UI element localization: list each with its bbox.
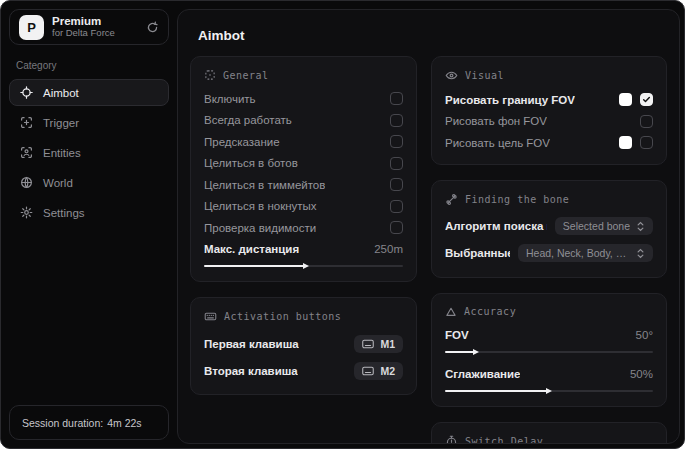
right-column: Visual Рисовать границу FOV Рисовать фон… <box>431 56 667 444</box>
selected-bones-row: Выбранные кос Head, Neck, Body, Pe... <box>445 240 653 267</box>
category-label: Category <box>16 60 169 71</box>
checkbox-row-visibility-check: Проверка видимости <box>204 217 403 239</box>
bone-algorithm-label: Алгоритм поиска кост <box>445 220 547 232</box>
activation-buttons-card: Activation buttons Первая клавиша M1 Вто… <box>190 297 417 395</box>
left-column: General Включить Всегда работать Предска… <box>190 56 417 395</box>
aim-knocked-checkbox[interactable] <box>390 200 403 213</box>
max-distance-value: 250m <box>374 243 403 255</box>
draw-fov-border-row: Рисовать границу FOV <box>445 89 653 111</box>
checkbox-row-prediction: Предсказание <box>204 131 403 153</box>
fov-label: FOV <box>445 329 469 341</box>
viewfinder-icon <box>204 69 216 81</box>
fov-border-color-swatch[interactable] <box>619 93 632 106</box>
general-header-label: General <box>223 70 269 81</box>
first-key-value: M1 <box>380 338 395 350</box>
selected-bones-select[interactable]: Head, Neck, Body, Pe... <box>518 244 653 262</box>
bone-algorithm-select[interactable]: Selected bone <box>555 217 653 235</box>
sidebar-item-settings[interactable]: Settings <box>9 199 169 226</box>
enable-checkbox[interactable] <box>390 92 403 105</box>
fov-slider[interactable] <box>445 346 653 357</box>
second-key-label: Вторая клавиша <box>204 365 298 377</box>
smoothing-slider[interactable] <box>445 385 653 396</box>
smoothing-label: Сглаживание <box>445 368 520 380</box>
switch-delay-header-label: Switch Delay <box>465 436 543 445</box>
prediction-checkbox[interactable] <box>390 135 403 148</box>
keyboard-icon <box>362 339 374 349</box>
max-distance-slider[interactable] <box>204 260 403 271</box>
sidebar-item-entities[interactable]: Entities <box>9 139 169 166</box>
stopwatch-icon <box>445 435 458 445</box>
checkbox-label: Всегда работать <box>204 114 292 126</box>
brand-card: P Premium for Delta Force <box>9 9 169 45</box>
checkbox-label: Проверка видимости <box>204 222 316 234</box>
accuracy-header-label: Accuracy <box>464 306 516 317</box>
draw-fov-border-checkbox[interactable] <box>640 93 653 106</box>
draw-fov-background-row: Рисовать фон FOV <box>445 111 653 133</box>
app-logo: P <box>19 15 44 40</box>
brand-subtitle: for Delta Force <box>52 28 138 39</box>
aim-teammates-checkbox[interactable] <box>390 178 403 191</box>
crosshair-icon <box>20 86 33 99</box>
second-key-value: M2 <box>380 365 395 377</box>
entity-scan-icon <box>20 146 33 159</box>
bone-algorithm-row: Алгоритм поиска кост Selected bone <box>445 213 653 240</box>
draw-fov-border-label: Рисовать границу FOV <box>445 94 575 106</box>
sidebar-item-label: Trigger <box>43 117 79 129</box>
max-distance-label: Макс. дистанция <box>204 243 299 255</box>
general-card: General Включить Всегда работать Предска… <box>190 56 417 282</box>
fov-value: 50° <box>636 329 653 341</box>
checkbox-row-always-work: Всегда работать <box>204 110 403 132</box>
fov-target-color-swatch[interactable] <box>619 136 632 149</box>
finding-bone-card: Finding the bone Алгоритм поиска кост Se… <box>431 180 667 278</box>
aim-bots-checkbox[interactable] <box>390 157 403 170</box>
keyboard-icon <box>204 310 217 323</box>
visual-card: Visual Рисовать границу FOV Рисовать фон… <box>431 56 667 165</box>
sidebar-item-aimbot[interactable]: Aimbot <box>9 79 169 106</box>
keyboard-icon <box>362 366 374 376</box>
sidebar: P Premium for Delta Force Category Aimbo… <box>1 1 177 448</box>
accuracy-header: Accuracy <box>445 306 653 318</box>
visual-header: Visual <box>445 69 653 82</box>
sidebar-item-trigger[interactable]: Trigger <box>9 109 169 136</box>
checkbox-label: Предсказание <box>204 136 280 148</box>
activation-header: Activation buttons <box>204 310 403 323</box>
general-header: General <box>204 69 403 81</box>
checkbox-label: Целиться в нокнутых <box>204 200 317 212</box>
bone-algorithm-value: Selected bone <box>563 220 630 232</box>
globe-icon <box>20 176 33 189</box>
session-duration-label: Session duration: <box>22 417 103 429</box>
checkbox-label: Целиться в тиммейтов <box>204 179 325 191</box>
accuracy-card: Accuracy FOV 50° Сглаживание 50% <box>431 293 667 407</box>
gear-icon <box>20 206 33 219</box>
sync-icon[interactable] <box>146 21 159 34</box>
page-title: Aimbot <box>198 28 667 43</box>
smoothing-value: 50% <box>630 368 653 380</box>
activation-header-label: Activation buttons <box>224 311 341 322</box>
sidebar-item-world[interactable]: World <box>9 169 169 196</box>
checkbox-label: Целиться в ботов <box>204 157 298 169</box>
selected-bones-value: Head, Neck, Body, Pe... <box>526 247 630 259</box>
draw-fov-background-label: Рисовать фон FOV <box>445 115 547 127</box>
sidebar-item-label: World <box>43 177 73 189</box>
second-key-button[interactable]: M2 <box>354 362 403 380</box>
visual-header-label: Visual <box>465 70 504 81</box>
draw-fov-target-checkbox[interactable] <box>640 136 653 149</box>
checkbox-row-aim-knocked: Целиться в нокнутых <box>204 196 403 218</box>
session-duration-card: Session duration: 4m 22s <box>9 405 169 440</box>
brand-text: Premium for Delta Force <box>52 15 138 39</box>
checkbox-row-aim-bots: Целиться в ботов <box>204 153 403 175</box>
always-work-checkbox[interactable] <box>390 114 403 127</box>
draw-fov-target-label: Рисовать цель FOV <box>445 137 550 149</box>
checkbox-label: Включить <box>204 93 256 105</box>
first-key-button[interactable]: M1 <box>354 335 403 353</box>
sidebar-item-label: Settings <box>43 207 85 219</box>
fov-row: FOV 50° <box>445 325 653 347</box>
visibility-check-checkbox[interactable] <box>390 221 403 234</box>
sidebar-item-label: Aimbot <box>43 87 79 99</box>
session-duration-value: 4m 22s <box>107 417 141 429</box>
smoothing-row: Сглаживание 50% <box>445 363 653 385</box>
draw-fov-background-checkbox[interactable] <box>640 115 653 128</box>
eye-icon <box>445 69 458 82</box>
first-key-row: Первая клавиша M1 <box>204 330 403 357</box>
second-key-row: Вторая клавиша M2 <box>204 357 403 384</box>
